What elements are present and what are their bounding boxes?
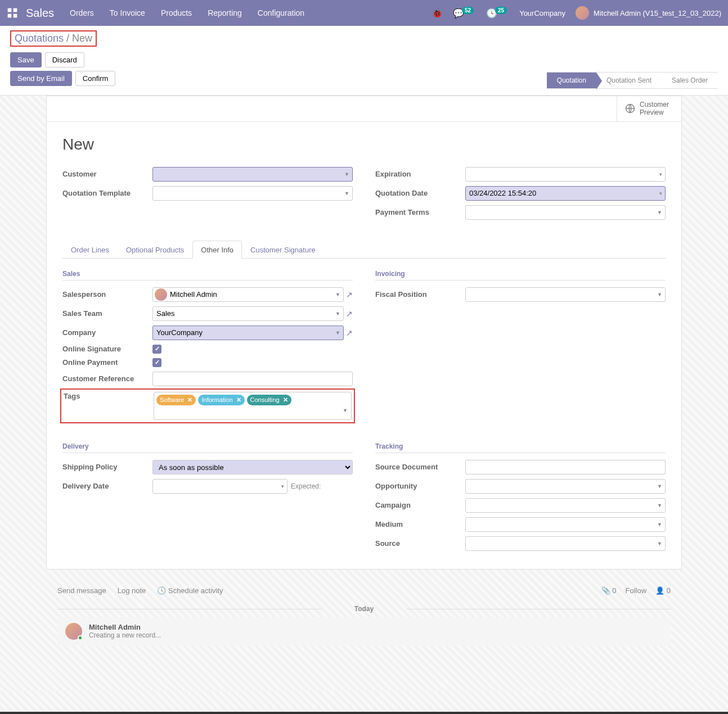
external-link-icon[interactable]: ↗ [346, 328, 353, 337]
follow-button[interactable]: Follow [626, 586, 647, 595]
nav-reporting[interactable]: Reporting [208, 8, 242, 17]
svg-rect-3 [14, 14, 17, 18]
tab-optional-products[interactable]: Optional Products [118, 241, 192, 259]
section-delivery: Delivery [62, 442, 353, 453]
opportunity-input[interactable] [465, 479, 666, 494]
section-tracking: Tracking [375, 442, 666, 453]
tab-bar: Order Lines Optional Products Other Info… [62, 240, 666, 259]
form-sheet: Customer Preview New Customer ▼ Quotatio… [46, 96, 682, 570]
label-source-document: Source Document [375, 463, 465, 471]
quotation-date-input[interactable] [465, 186, 666, 201]
label-sales-team: Sales Team [62, 309, 152, 318]
expiration-input[interactable] [465, 167, 666, 182]
status-sales-order[interactable]: Sales Order [662, 72, 718, 89]
globe-icon [625, 103, 635, 114]
tab-other-info[interactable]: Other Info [192, 241, 242, 259]
customer-preview-button[interactable]: Customer Preview [617, 96, 681, 121]
external-link-icon[interactable]: ↗ [346, 290, 353, 299]
customer-reference-input[interactable] [152, 372, 353, 386]
sales-team-input[interactable] [152, 306, 344, 321]
tab-customer-signature[interactable]: Customer Signature [242, 241, 324, 259]
company-input[interactable] [152, 326, 344, 340]
svg-rect-1 [14, 8, 17, 12]
nav-products[interactable]: Products [161, 8, 192, 17]
label-shipping-policy: Shipping Policy [62, 463, 152, 471]
nav-company[interactable]: YourCompany [519, 9, 565, 17]
label-campaign: Campaign [375, 501, 465, 509]
debug-icon[interactable]: 🐞 [432, 8, 443, 19]
section-sales: Sales [62, 270, 353, 281]
nav-configuration[interactable]: Configuration [258, 8, 304, 17]
tag-remove-icon[interactable]: ✕ [283, 396, 288, 403]
source-document-input[interactable] [465, 460, 666, 475]
nav-to-invoice[interactable]: To Invoice [110, 8, 145, 17]
campaign-input[interactable] [465, 498, 666, 513]
record-title: New [62, 135, 666, 153]
follower-count[interactable]: 👤 0 [655, 586, 671, 595]
label-customer-reference: Customer Reference [62, 374, 152, 383]
activities-icon[interactable]: 🕓25 [486, 8, 509, 19]
log-note-link[interactable]: Log note [118, 586, 146, 595]
label-source: Source [375, 539, 465, 548]
tag-remove-icon[interactable]: ✕ [236, 396, 241, 403]
label-quotation-date: Quotation Date [375, 189, 465, 197]
label-medium: Medium [375, 520, 465, 528]
breadcrumb-parent[interactable]: Quotations [15, 33, 64, 44]
caret-icon: ▼ [343, 408, 348, 413]
section-invoicing: Invoicing [375, 270, 666, 281]
label-online-signature: Online Signature [62, 345, 152, 353]
send-message-link[interactable]: Send message [57, 586, 106, 595]
svg-rect-2 [8, 14, 12, 18]
label-tags: Tags [64, 392, 80, 400]
external-link-icon[interactable]: ↗ [346, 309, 353, 318]
customer-input[interactable] [152, 167, 353, 182]
shipping-policy-select[interactable]: As soon as possible [152, 460, 353, 475]
tab-order-lines[interactable]: Order Lines [62, 241, 118, 259]
label-salesperson: Salesperson [62, 290, 152, 299]
status-quotation[interactable]: Quotation [547, 72, 596, 89]
apps-icon[interactable] [7, 7, 18, 19]
label-expiration: Expiration [375, 170, 465, 178]
label-online-payment: Online Payment [62, 358, 152, 367]
message-body: Creating a new record... [89, 631, 161, 639]
svg-rect-0 [8, 8, 12, 12]
label-opportunity: Opportunity [375, 482, 465, 490]
messages-icon[interactable]: 💬52 [453, 8, 476, 19]
label-fiscal-position: Fiscal Position [375, 290, 465, 299]
online-signature-checkbox[interactable] [152, 345, 161, 354]
status-quotation-sent[interactable]: Quotation Sent [596, 72, 662, 89]
tag-software[interactable]: Software ✕ [156, 395, 196, 405]
tag-remove-icon[interactable]: ✕ [187, 396, 192, 403]
tags-input[interactable]: Software ✕Information ✕Consulting ✕ ▼ [154, 392, 352, 420]
app-brand[interactable]: Sales [26, 7, 54, 20]
label-delivery-date: Delivery Date [62, 482, 152, 490]
online-payment-checkbox[interactable] [152, 358, 161, 367]
label-payment-terms: Payment Terms [375, 208, 465, 216]
user-avatar-icon [576, 6, 589, 20]
tag-information[interactable]: Information ✕ [198, 395, 244, 405]
confirm-button[interactable]: Confirm [75, 71, 116, 86]
save-button[interactable]: Save [10, 52, 42, 67]
tag-consulting[interactable]: Consulting ✕ [247, 395, 291, 405]
nav-orders[interactable]: Orders [70, 8, 94, 17]
fiscal-position-input[interactable] [465, 287, 666, 302]
payment-terms-input[interactable] [465, 205, 666, 220]
control-bar: Quotations / New Save Discard Send by Em… [0, 26, 728, 96]
expected-label: Expected: [291, 482, 321, 490]
delivery-date-input[interactable] [152, 479, 287, 494]
label-company: Company [62, 328, 152, 337]
nav-user[interactable]: Mitchell Admin (V15_test_12_03_2022) [576, 6, 721, 20]
salesperson-input[interactable] [152, 287, 344, 302]
today-separator: Today [57, 605, 671, 613]
quotation-template-input[interactable] [152, 186, 353, 201]
medium-input[interactable] [465, 517, 666, 532]
breadcrumb-current: New [72, 33, 92, 44]
nav-username: Mitchell Admin (V15_test_12_03_2022) [594, 9, 721, 17]
attachment-count[interactable]: 📎 0 [601, 586, 617, 595]
status-bar: Quotation Quotation Sent Sales Order [547, 72, 718, 89]
schedule-activity-link[interactable]: 🕓 Schedule activity [157, 586, 223, 595]
source-input[interactable] [465, 536, 666, 551]
send-email-button[interactable]: Send by Email [10, 71, 72, 86]
breadcrumb: Quotations / New [10, 30, 97, 47]
discard-button[interactable]: Discard [45, 52, 84, 67]
